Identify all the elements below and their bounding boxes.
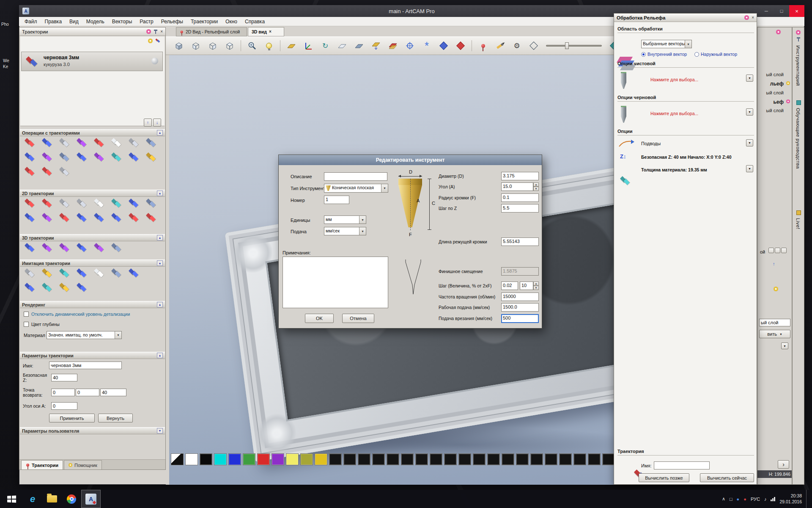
toolpath-2d-icon[interactable]	[23, 198, 36, 209]
calculate-now-button[interactable]: Вычислить сейчас	[700, 473, 754, 482]
layer-tool-button[interactable]	[775, 248, 780, 253]
feed-units-select[interactable]: мм/сек ▼	[324, 227, 366, 235]
menu-item[interactable]: Векторы	[108, 17, 136, 26]
toolpath-op-icon[interactable]	[40, 137, 54, 148]
section-render-header[interactable]: Рендеринг ▲	[20, 301, 165, 308]
menu-item[interactable]: Вид	[66, 17, 82, 26]
ok-button[interactable]: OK	[305, 314, 334, 323]
plane-dark-icon[interactable]	[352, 39, 366, 53]
finish-tool-icon[interactable]	[621, 72, 626, 89]
pin-red-icon[interactable]	[476, 39, 490, 53]
toolpath-3d-icon[interactable]	[92, 242, 106, 253]
toolpath-2d-icon[interactable]	[58, 212, 71, 223]
toolpath-3d-icon[interactable]	[75, 242, 88, 253]
draw-icon[interactable]	[493, 39, 507, 53]
toolpath-2d-icon[interactable]	[110, 212, 123, 223]
layer-name-fragment[interactable]: ый слой	[757, 72, 784, 77]
menu-item[interactable]: Справка	[241, 17, 269, 26]
toolpath-3d-icon[interactable]	[110, 242, 123, 253]
view-iso-icon[interactable]	[172, 39, 186, 53]
tab-assistant[interactable]: Помощник	[64, 460, 102, 469]
taskbar-chrome[interactable]	[62, 490, 81, 508]
palette-swatch[interactable]	[387, 453, 399, 465]
options-gear-icon[interactable]: ⚙	[510, 39, 524, 53]
desktop-icon-label[interactable]: Pho	[1, 22, 9, 27]
palette-swatch[interactable]	[228, 453, 241, 465]
start-button[interactable]	[0, 490, 23, 508]
menu-item[interactable]: Файл	[21, 17, 41, 26]
simulation-icon[interactable]	[58, 268, 71, 279]
taskbar-ie[interactable]: e	[23, 490, 42, 508]
cancel-button[interactable]: Отмена	[342, 314, 374, 323]
toolpath-2d-icon[interactable]	[92, 212, 106, 223]
toolpath-op-icon[interactable]	[110, 137, 123, 148]
stepover-input[interactable]: 0.02	[501, 282, 518, 290]
next-button[interactable]: ›	[778, 460, 789, 469]
toolpath-2d-icon[interactable]	[92, 198, 106, 209]
palette-swatch[interactable]	[502, 453, 514, 465]
palette-default-swatch[interactable]	[171, 453, 184, 465]
toolpath-2d-icon[interactable]	[144, 212, 158, 223]
chevron-down-button[interactable]: ▼	[746, 139, 753, 146]
palette-swatch[interactable]	[243, 453, 255, 465]
toolpaths-panel-header[interactable]: Траектории ×	[19, 28, 165, 36]
home-z-input[interactable]: 40	[100, 389, 126, 396]
display-tray-icon[interactable]: □	[730, 497, 732, 502]
simulation-sphere-icon[interactable]	[151, 58, 158, 64]
close-panel-icon[interactable]: ×	[752, 16, 754, 20]
chevron-down-icon[interactable]: ▼	[115, 331, 121, 339]
palette-swatch[interactable]	[559, 453, 572, 465]
chevron-down-button[interactable]: ▼	[746, 165, 753, 172]
plane-gold-icon[interactable]	[284, 39, 299, 53]
volume-tray-icon[interactable]: ♪	[764, 497, 767, 502]
tab-toolpaths[interactable]: Траектории	[21, 460, 63, 469]
bluetooth-tray-icon[interactable]: ●	[737, 497, 740, 502]
toolpath-3d-icon[interactable]	[23, 242, 36, 253]
collapse-icon[interactable]: ▲	[157, 235, 163, 240]
stepover-spinner[interactable]: ▲▼	[533, 282, 539, 290]
toolpath-op-icon[interactable]	[75, 137, 88, 148]
menu-item[interactable]: Окно	[222, 17, 241, 26]
snowflake-icon[interactable]: *	[420, 39, 434, 53]
flower-icon[interactable]	[796, 30, 801, 35]
collapse-icon[interactable]: ▲	[157, 302, 163, 307]
detail-slider[interactable]	[546, 41, 602, 50]
palette-swatch[interactable]	[401, 453, 414, 465]
simulation-icon[interactable]	[110, 268, 123, 279]
palette-swatch[interactable]	[329, 453, 342, 465]
desktop-icon-label[interactable]: Ke	[3, 64, 8, 69]
material-select[interactable]: Значен. имитац. по умолч. ▼	[47, 331, 122, 339]
desktop-icon-label[interactable]: We	[3, 58, 9, 63]
toolpath-op-icon[interactable]	[92, 152, 106, 163]
target-icon[interactable]	[403, 39, 417, 53]
relief-panel-header[interactable]: Обработка Рельефа ×	[614, 14, 757, 22]
toolpath-op-icon[interactable]	[58, 166, 71, 177]
add-button-fragment[interactable]: вить▼	[759, 330, 790, 338]
toolpath-list-item[interactable]: черновая 3мм кукуруза 3.0	[21, 52, 163, 71]
palette-swatch[interactable]	[530, 453, 543, 465]
menu-item[interactable]: Рельефы	[157, 17, 187, 26]
minimize-button[interactable]: ─	[759, 5, 774, 17]
simulation-icon[interactable]	[127, 268, 140, 279]
palette-swatch[interactable]	[473, 453, 486, 465]
chevron-down-button[interactable]: ▼	[746, 75, 753, 82]
collapse-icon[interactable]: ▲	[157, 190, 163, 196]
flower-gold-icon[interactable]	[774, 287, 778, 291]
pin-icon[interactable]	[154, 29, 158, 34]
section-sim-header[interactable]: Имитация траектории ▲	[20, 260, 165, 267]
toolpath-op-icon[interactable]	[58, 152, 71, 163]
diameter-input[interactable]: 3.175	[501, 172, 539, 180]
section-user-header[interactable]: Параметры пользователя ▼	[20, 427, 165, 434]
feed-rate-input[interactable]: 1500.0	[501, 303, 539, 312]
palette-swatch[interactable]	[458, 453, 471, 465]
leads-label[interactable]: Подводы	[641, 141, 661, 146]
plunge-rate-input[interactable]: 500	[501, 314, 539, 323]
simulation-icon[interactable]	[23, 268, 36, 279]
simulation-icon[interactable]	[23, 282, 36, 293]
flower-icon[interactable]	[744, 15, 749, 20]
depth-color-checkbox[interactable]	[24, 322, 29, 327]
home-x-input[interactable]: 0	[51, 389, 75, 396]
spindle-input[interactable]: 15000	[501, 293, 539, 301]
network-icon[interactable]	[771, 497, 775, 501]
palette-swatch[interactable]	[487, 453, 500, 465]
